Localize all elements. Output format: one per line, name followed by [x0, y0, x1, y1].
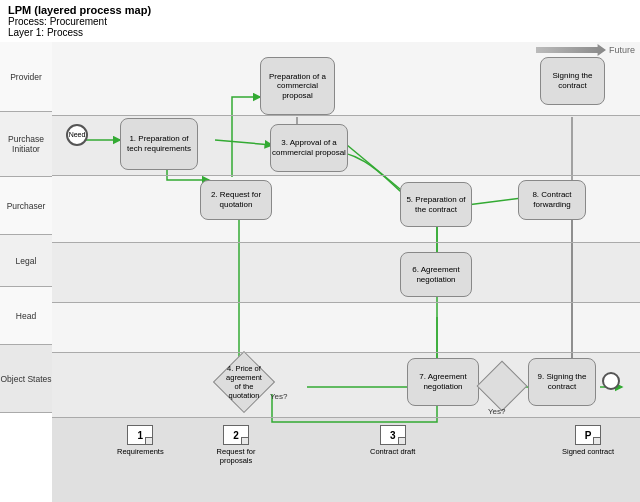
header-title-line1: LPM (layered process map) — [8, 4, 632, 16]
future-label: Future — [609, 45, 635, 55]
obj-state-2-label: Request for proposals — [200, 447, 272, 465]
header: LPM (layered process map) Process: Procu… — [0, 0, 640, 42]
node-1: 1. Preparation of tech requirements — [120, 118, 198, 170]
node-7: 7. Agreement negotiation — [407, 358, 479, 406]
label-object-states: Object States — [0, 345, 52, 413]
node-8: 8. Contract forwarding — [518, 180, 586, 220]
obj-state-3-label: Contract draft — [370, 447, 415, 456]
node-yes2-container — [484, 368, 520, 404]
node-3: 3. Approval of a commercial proposal — [270, 124, 348, 172]
future-arrow: Future — [536, 44, 635, 56]
obj-state-3: 3 Contract draft — [370, 425, 415, 456]
node-4-container: 4. Price of agreement of the quotation — [222, 360, 266, 404]
node-need: Need — [66, 124, 88, 146]
obj-state-1-label: Requirements — [117, 447, 164, 456]
node-provider-proposal: Preparation of a commercial proposal — [260, 57, 335, 115]
obj-state-2: 2 Request for proposals — [200, 425, 272, 465]
label-purchaser: Purchaser — [0, 177, 52, 235]
header-title-line2: Process: Procurement — [8, 16, 632, 27]
diagram-area: Future — [52, 42, 640, 502]
yes2-label: Yes? — [488, 407, 506, 416]
node-6: 6. Agreement negotiation — [400, 252, 472, 297]
label-purchase-initiator: Purchase Initiator — [0, 112, 52, 177]
node-provider-signing: Signing the contract — [540, 57, 605, 105]
svg-line-1 — [215, 140, 272, 145]
main-container: LPM (layered process map) Process: Procu… — [0, 0, 640, 502]
node-end-circle — [602, 372, 620, 390]
obj-state-1: 1 Requirements — [117, 425, 164, 456]
label-head: Head — [0, 287, 52, 345]
node-9: 9. Signing the contract — [528, 358, 596, 406]
label-legal: Legal — [0, 235, 52, 287]
label-provider: Provider — [0, 42, 52, 112]
node-2: 2. Request for quotation — [200, 180, 272, 220]
svg-line-3 — [262, 199, 292, 382]
obj-state-p: P Signed contract — [562, 425, 614, 456]
yes1-label: Yes? — [270, 392, 288, 401]
header-title-line3: Layer 1: Process — [8, 27, 632, 38]
obj-state-p-label: Signed contract — [562, 447, 614, 456]
content-area: Provider Purchase Initiator Purchaser Le… — [0, 42, 640, 502]
svg-line-10 — [557, 207, 572, 367]
row-labels: Provider Purchase Initiator Purchaser Le… — [0, 42, 52, 502]
node-5: 5. Preparation of the contract — [400, 182, 472, 227]
